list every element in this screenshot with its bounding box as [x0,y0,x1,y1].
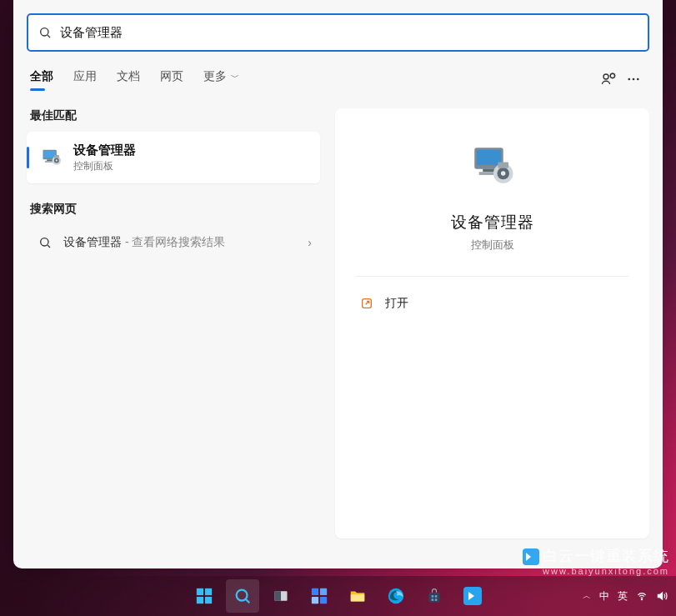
svg-point-30 [236,590,247,601]
app-icon [463,587,482,605]
tab-apps[interactable]: 应用 [73,69,97,89]
svg-line-1 [48,35,50,38]
results-column: 最佳匹配 设备管理器 控制面板 搜索网页 [27,108,320,538]
svg-rect-33 [274,591,281,601]
svg-rect-26 [196,588,203,595]
ellipsis-icon [626,72,641,87]
svg-point-3 [610,73,614,78]
tray-chevron-icon[interactable]: ︿ [583,590,591,602]
chevron-right-icon: › [308,236,312,249]
svg-rect-14 [54,155,59,158]
tab-web[interactable]: 网页 [160,69,183,89]
svg-rect-28 [196,597,203,603]
divider [355,276,629,277]
svg-point-6 [637,78,639,81]
start-button[interactable] [188,579,221,613]
microsoft-store-button[interactable] [418,579,451,613]
lang-indicator[interactable]: 英 [618,589,628,603]
taskbar: ︿ 中 英 [0,576,676,616]
svg-point-45 [641,599,642,600]
search-box[interactable] [27,13,649,52]
svg-line-31 [245,599,249,603]
svg-rect-36 [311,597,318,603]
taskbar-center [188,579,489,613]
web-search-result[interactable]: 设备管理器 - 查看网络搜索结果 › [27,225,320,260]
device-manager-icon [40,146,63,169]
preview-title: 设备管理器 [451,212,534,233]
preview-pane: 设备管理器 控制面板 打开 [335,108,649,538]
open-external-icon [360,297,373,310]
pinned-app-button[interactable] [456,579,489,613]
edge-browser-button[interactable] [379,579,413,613]
web-result-suffix: - 查看网络搜索结果 [122,235,225,248]
search-taskbar-button[interactable] [226,579,259,613]
tab-more[interactable]: 更多 ﹀ [203,69,239,89]
volume-icon[interactable] [656,590,668,602]
svg-point-23 [500,171,504,175]
web-result-term: 设备管理器 [63,235,122,248]
svg-point-4 [628,78,630,81]
tab-documents[interactable]: 文档 [117,69,140,89]
system-tray[interactable]: ︿ 中 英 [583,589,668,603]
svg-rect-37 [319,597,326,603]
best-match-subtitle: 控制面板 [73,159,136,173]
svg-rect-40 [428,593,439,603]
svg-rect-27 [204,588,211,595]
svg-rect-24 [498,162,508,168]
profile-settings-icon [601,72,616,87]
ime-indicator[interactable]: 中 [599,589,609,603]
svg-rect-29 [204,597,211,603]
svg-point-15 [41,238,48,246]
svg-rect-41 [431,595,433,598]
widgets-icon [310,587,328,605]
open-action[interactable]: 打开 [355,283,629,323]
svg-point-5 [633,78,635,81]
tab-all[interactable]: 全部 [30,69,53,89]
task-view-icon [273,588,289,604]
store-icon [426,588,443,604]
svg-point-13 [56,159,58,161]
search-input[interactable] [52,26,638,40]
widgets-button[interactable] [303,579,336,613]
svg-point-0 [41,28,48,36]
filter-tabs-row: 全部 应用 文档 网页 更多 ﹀ [30,67,646,92]
chevron-down-icon: ﹀ [228,73,239,82]
svg-rect-9 [47,159,53,161]
best-match-title: 设备管理器 [73,143,136,158]
more-options-button[interactable] [621,67,646,92]
web-result-text: 设备管理器 - 查看网络搜索结果 [63,235,225,250]
search-panel: 全部 应用 文档 网页 更多 ﹀ 最佳匹配 [13,0,663,568]
preview-subtitle: 控制面板 [471,238,514,253]
svg-rect-8 [44,151,56,158]
selection-indicator [27,147,29,168]
search-web-heading: 搜索网页 [30,202,320,217]
svg-rect-43 [431,598,433,601]
windows-start-icon [195,587,213,605]
svg-rect-19 [483,169,495,173]
device-manager-large-icon [468,142,517,190]
open-action-label: 打开 [385,296,408,311]
svg-rect-35 [319,588,326,595]
svg-line-16 [48,245,50,248]
svg-rect-42 [434,595,437,598]
best-match-heading: 最佳匹配 [30,108,320,123]
tab-more-label: 更多 [203,69,227,83]
file-explorer-button[interactable] [341,579,374,613]
search-icon [38,236,52,249]
svg-rect-44 [434,598,437,601]
folder-icon [348,587,367,605]
svg-point-2 [603,74,608,79]
svg-rect-34 [311,588,318,595]
wifi-icon[interactable] [636,590,648,602]
search-icon [233,587,252,605]
best-match-result[interactable]: 设备管理器 控制面板 [27,132,320,183]
account-quick-settings-button[interactable] [596,67,621,92]
edge-icon [387,587,405,605]
svg-rect-18 [476,150,500,165]
task-view-button[interactable] [264,579,298,613]
svg-rect-38 [350,594,364,601]
search-icon [38,26,52,39]
